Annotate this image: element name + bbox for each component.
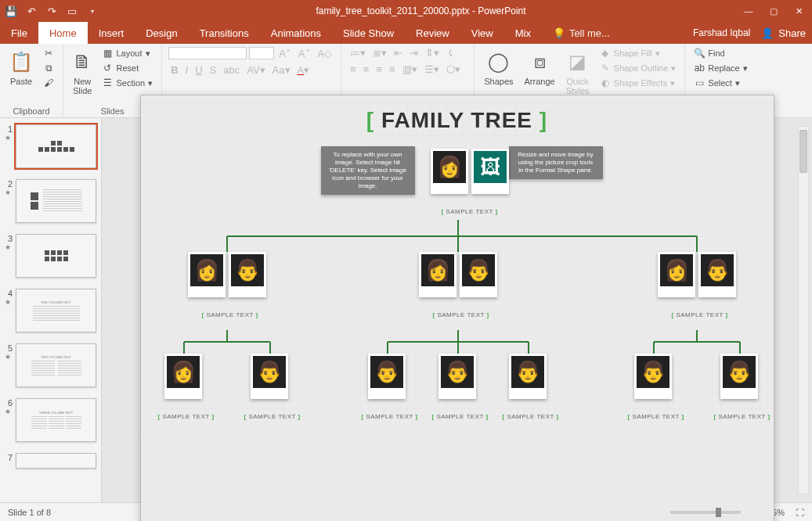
char-spacing-button[interactable]: AV▾ — [244, 64, 267, 76]
label-g2-mid[interactable]: SAMPLE TEXT — [433, 311, 489, 318]
photo-g2-right-m[interactable]: 👨 — [698, 252, 736, 297]
user-name[interactable]: Farshad Iqbal — [693, 27, 750, 38]
label-g3-3[interactable]: SAMPLE TEXT — [362, 413, 418, 420]
photo-g3-1[interactable]: 👩 — [164, 354, 202, 399]
thumbnail-2[interactable]: 2★ — [5, 179, 96, 223]
increase-font-icon[interactable]: A˄ — [276, 48, 294, 59]
photo-g2-left-f[interactable]: 👩 — [188, 252, 226, 297]
justify-button[interactable]: ≡ — [387, 63, 398, 75]
photo-g3-7[interactable]: 👨 — [720, 354, 758, 399]
label-g2-right[interactable]: SAMPLE TEXT — [672, 311, 728, 318]
paste-button[interactable]: 📋 Paste — [6, 47, 36, 88]
tab-home[interactable]: Home — [38, 22, 88, 44]
tab-review[interactable]: Review — [405, 22, 460, 44]
maximize-icon[interactable]: ▢ — [768, 5, 779, 16]
tab-mix[interactable]: Mix — [504, 22, 542, 44]
slide-editor[interactable]: [ FAMILY TREE ] To replace with your own… — [102, 118, 812, 502]
photo-g2-mid-f[interactable]: 👩 — [419, 252, 457, 297]
change-case-button[interactable]: Aa▾ — [270, 64, 293, 76]
reset-button[interactable]: ↺Reset — [99, 62, 155, 74]
numbering-button[interactable]: ≣▾ — [370, 47, 389, 59]
photo-g2-right-f[interactable]: 👩 — [658, 252, 695, 297]
zoom-handle[interactable] — [716, 508, 721, 517]
tab-file[interactable]: File — [0, 22, 38, 44]
label-g3-5[interactable]: SAMPLE TEXT — [503, 413, 559, 420]
tab-slideshow[interactable]: Slide Show — [332, 22, 405, 44]
share-button[interactable]: 👤Share — [761, 27, 806, 39]
decrease-indent-button[interactable]: ⇤ — [392, 47, 405, 59]
align-right-button[interactable]: ≡ — [374, 63, 384, 75]
qat-dropdown-icon[interactable]: ▾ — [86, 5, 99, 17]
format-painter-button[interactable]: 🖌 — [41, 77, 56, 89]
photo-g3-5[interactable]: 👨 — [509, 354, 547, 399]
tab-view[interactable]: View — [460, 22, 504, 44]
align-left-button[interactable]: ≡ — [348, 63, 359, 75]
vertical-scrollbar[interactable] — [798, 126, 809, 494]
replace-button[interactable]: abReplace ▾ — [691, 62, 749, 74]
photo-root-female[interactable]: 👩 — [431, 149, 468, 194]
photo-g3-2[interactable]: 👨 — [251, 354, 288, 399]
undo-icon[interactable]: ↶ — [25, 5, 38, 17]
copy-button[interactable]: ⧉ — [41, 62, 56, 74]
clear-format-icon[interactable]: A◇ — [316, 48, 335, 59]
thumbnail-5[interactable]: 5★ TWO COLUMN TEXT — [5, 343, 96, 387]
strikethrough-button[interactable]: S — [208, 64, 219, 76]
italic-button[interactable]: I — [183, 64, 191, 76]
bold-button[interactable]: B — [168, 64, 180, 76]
photo-g2-left-m[interactable]: 👨 — [229, 252, 266, 297]
fit-to-window-icon[interactable]: ⛶ — [796, 508, 804, 517]
columns-button[interactable]: ▥▾ — [400, 63, 420, 75]
shadow-text-button[interactable]: abc — [221, 64, 242, 76]
thumbnail-4[interactable]: 4★ ONE COLUMN TEXT — [5, 289, 96, 332]
redo-icon[interactable]: ↷ — [45, 5, 58, 17]
close-icon[interactable]: ✕ — [793, 5, 804, 16]
label-g3-6[interactable]: SAMPLE TEXT — [628, 413, 684, 420]
save-icon[interactable]: 💾 — [5, 5, 17, 17]
align-center-button[interactable]: ≡ — [361, 63, 372, 75]
shape-effects-button[interactable]: ◐Shape Effects ▾ — [597, 77, 679, 89]
label-g2-left[interactable]: SAMPLE TEXT — [202, 311, 258, 318]
photo-g2-mid-m[interactable]: 👨 — [460, 252, 497, 297]
decrease-font-icon[interactable]: A˅ — [296, 48, 313, 59]
shape-fill-button[interactable]: ◆Shape Fill ▾ — [597, 47, 679, 59]
photo-root-placeholder[interactable]: 🖼 — [471, 149, 509, 194]
tab-animations[interactable]: Animations — [260, 22, 332, 44]
find-button[interactable]: 🔍Find — [691, 47, 749, 59]
thumbnail-6[interactable]: 6★ THREE COLUMN TEXT — [5, 398, 96, 442]
label-g3-7[interactable]: SAMPLE TEXT — [714, 413, 770, 420]
zoom-slider[interactable] — [670, 511, 741, 514]
shapes-button[interactable]: ◯Shapes — [481, 47, 516, 88]
cut-button[interactable]: ✂ — [41, 47, 56, 59]
arrange-button[interactable]: ⧈Arrange — [521, 47, 558, 88]
align-text-button[interactable]: ☰▾ — [422, 63, 442, 75]
increase-indent-button[interactable]: ⇥ — [407, 47, 420, 59]
shape-outline-button[interactable]: ✎Shape Outline ▾ — [597, 62, 679, 74]
tab-tellme[interactable]: 💡Tell me... — [542, 22, 621, 44]
slide-title[interactable]: [ FAMILY TREE ] — [360, 108, 554, 133]
underline-button[interactable]: U — [193, 64, 204, 76]
label-g3-1[interactable]: SAMPLE TEXT — [158, 413, 215, 420]
font-size-select[interactable] — [249, 47, 274, 59]
thumbnail-3[interactable]: 3★ — [5, 234, 96, 278]
scrollbar-thumb[interactable] — [799, 130, 807, 173]
tab-transitions[interactable]: Transitions — [189, 22, 260, 44]
quick-styles-button[interactable]: ◪Quick Styles — [563, 47, 593, 97]
font-family-select[interactable] — [168, 47, 247, 59]
select-button[interactable]: ▭Select ▾ — [691, 77, 749, 89]
tab-insert[interactable]: Insert — [88, 22, 135, 44]
label-g3-4[interactable]: SAMPLE TEXT — [432, 413, 489, 420]
layout-button[interactable]: ▦Layout ▾ — [99, 47, 155, 59]
minimize-icon[interactable]: — — [743, 5, 754, 16]
thumbnail-1[interactable]: 1★ — [5, 124, 96, 168]
slide-canvas[interactable]: [ FAMILY TREE ] To replace with your own… — [140, 95, 774, 522]
section-button[interactable]: ☰Section ▾ — [99, 77, 155, 89]
start-slideshow-icon[interactable]: ▭ — [66, 5, 78, 17]
font-color-button[interactable]: A▾ — [295, 64, 312, 76]
label-root[interactable]: SAMPLE TEXT — [442, 208, 498, 215]
bullets-button[interactable]: ≔▾ — [348, 47, 368, 59]
line-spacing-button[interactable]: ⇕▾ — [423, 47, 442, 59]
photo-g3-4[interactable]: 👨 — [438, 354, 476, 399]
new-slide-button[interactable]: 🗎 New Slide — [70, 47, 95, 97]
thumbnail-7[interactable]: 7 — [5, 453, 96, 469]
photo-g3-6[interactable]: 👨 — [634, 354, 672, 399]
